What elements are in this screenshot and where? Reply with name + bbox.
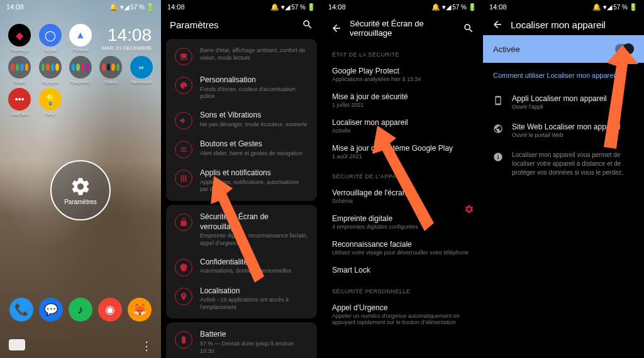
page-title: Localiser mon appareil xyxy=(511,19,635,30)
dock: 📞 💬 ♪ ◉ 🦊 xyxy=(0,298,161,322)
dock-phone[interactable]: 📞 xyxy=(9,298,33,322)
panel-settings: 14:08 🔔 ▾◢ 57 % 🔋 Paramètres Barre d'éta… xyxy=(161,0,322,358)
nav-bar: ⋮ xyxy=(0,339,161,353)
status-time: 14:08 xyxy=(6,3,24,11)
toggle-switch[interactable] xyxy=(615,44,634,54)
folder-nextcloud[interactable]: ∞Nextcloud xyxy=(127,56,156,84)
back-icon[interactable] xyxy=(492,19,503,30)
folder-voyages[interactable]: Voyages xyxy=(35,56,64,84)
nav-home-pill[interactable] xyxy=(9,339,25,350)
panel-home: 14:08 🔔 ▾◢ 57 % 🔋 14:08 MAR. 21 DÉCEMBRE… xyxy=(0,0,161,358)
find-device-option[interactable]: Site Web Localiser mon appareilOuvrir le… xyxy=(483,116,644,144)
panel-security: 14:08 🔔 ▾◢ 57 % 🔋 Sécurité et Écran de v… xyxy=(322,0,483,358)
settings-app-highlighted[interactable]: Paramètres xyxy=(50,160,111,220)
app-grid: ◆Flamingo ◯Signal ▲Fichiers Outils Voyag… xyxy=(0,24,161,116)
palette-icon xyxy=(175,77,192,94)
security-item[interactable]: Mise à jour du système Google Play1 août… xyxy=(322,139,483,165)
page-title: Paramètres xyxy=(170,19,294,30)
app-flamingo[interactable]: ◆Flamingo xyxy=(5,24,34,52)
search-icon[interactable] xyxy=(302,19,313,30)
status-icons: 🔔 ▾◢ 57 % 🔋 xyxy=(109,3,155,11)
section-label: SÉCURITÉ PERSONNELLE xyxy=(322,279,483,298)
nav-menu-icon[interactable]: ⋮ xyxy=(141,339,152,353)
security-item[interactable]: Reconnaissance facialeUtilisez votre vis… xyxy=(322,235,483,261)
status-bar: 14:08 🔔 ▾◢ 57 % 🔋 xyxy=(322,0,483,14)
panel-find-device: 14:08 🔔 ▾◢ 57 % 🔋 Localiser mon appareil… xyxy=(483,0,644,358)
security-item[interactable]: Google Play ProtectApplications analysée… xyxy=(322,62,483,87)
security-item[interactable]: Mise à jour de sécurité1 juillet 2021 xyxy=(322,87,483,113)
settings-item[interactable]: LocalisationActivé - 19 applications ont… xyxy=(166,281,317,317)
status-bar: 14:08 🔔 ▾◢ 57 % 🔋 xyxy=(0,0,161,14)
folder-raspberry[interactable]: Raspberry xyxy=(66,56,95,84)
folder-outils[interactable]: Outils xyxy=(5,56,34,84)
buttons-icon xyxy=(175,141,192,158)
battery-icon xyxy=(175,331,192,349)
settings-item[interactable]: Sécurité et Écran de verrouillageEmprein… xyxy=(166,207,317,252)
security-item[interactable]: Smart Lock xyxy=(322,261,483,279)
gear-icon xyxy=(70,176,91,197)
settings-item[interactable]: Barre d'état, affichage ambiant, confort… xyxy=(166,41,317,70)
settings-item[interactable]: Batterie57 % — Devrait durer jusqu'à env… xyxy=(166,325,317,358)
security-item[interactable]: Appel d'UrgenceAppeler un numéro d'urgen… xyxy=(322,298,483,330)
info-icon xyxy=(493,152,503,162)
header: Localiser mon appareil xyxy=(483,14,644,35)
settings-item[interactable]: Boutons et GestesAlert slider, barre et … xyxy=(166,134,317,163)
dock-messages[interactable]: 💬 xyxy=(39,298,63,322)
settings-item[interactable]: Applis et notificationsApplications, not… xyxy=(166,163,317,198)
dock-firefox[interactable]: 🦊 xyxy=(128,298,152,322)
header: Paramètres xyxy=(161,14,322,35)
dock-pocketcasts[interactable]: ◉ xyxy=(98,298,122,322)
section-label: SÉCURITÉ DE L'APPAREIL xyxy=(322,165,483,183)
header: Sécurité et Écran de verrouillage xyxy=(322,14,483,43)
phone-icon xyxy=(493,95,503,106)
status-bar: 14:08 🔔 ▾◢ 57 % 🔋 xyxy=(161,0,322,14)
find-device-option[interactable]: Appli Localiser mon appareilOuvrir l'app… xyxy=(483,88,644,116)
apps-icon xyxy=(175,170,192,187)
app-files[interactable]: ▲Fichiers xyxy=(66,24,95,52)
search-icon[interactable] xyxy=(463,23,474,34)
display-icon xyxy=(175,48,192,65)
settings-item[interactable]: PersonnalisationFonds d'écran, couleur d… xyxy=(166,70,317,106)
app-keep[interactable]: 💡Keep xyxy=(35,88,64,116)
page-title: Sécurité et Écran de verrouillage xyxy=(350,19,455,38)
app-signal[interactable]: ◯Signal xyxy=(35,24,64,52)
folder-videos[interactable]: Vidéos xyxy=(96,56,125,84)
security-item[interactable]: Localiser mon appareilActivée xyxy=(322,113,483,139)
info-row: Localiser mon appareil vous permet de lo… xyxy=(483,144,644,183)
toggle-label: Activée xyxy=(493,45,520,54)
privacy-icon xyxy=(175,259,192,276)
settings-item[interactable]: Sons et VibrationsNe pas déranger, mode … xyxy=(166,106,317,134)
app-lastpass[interactable]: •••LastPass xyxy=(5,88,34,116)
help-link[interactable]: Comment utiliser Localiser mon appareil xyxy=(483,63,644,88)
sound-icon xyxy=(175,112,192,129)
globe-icon xyxy=(493,124,503,134)
settings-item[interactable]: ConfidentialitéAutorisations, données pe… xyxy=(166,252,317,281)
enabled-toggle-row[interactable]: Activée xyxy=(483,35,644,63)
security-item[interactable]: Verrouillage de l'écranSchéma xyxy=(322,183,483,209)
security-item[interactable]: Empreinte digitale4 empreintes digitales… xyxy=(322,209,483,235)
status-bar: 14:08 🔔 ▾◢ 57 % 🔋 xyxy=(483,0,644,14)
back-icon[interactable] xyxy=(331,23,342,34)
location-icon xyxy=(175,288,192,305)
section-label: ÉTAT DE LA SÉCURITÉ xyxy=(322,43,483,62)
lock-icon xyxy=(175,214,192,231)
dock-spotify[interactable]: ♪ xyxy=(69,298,92,322)
